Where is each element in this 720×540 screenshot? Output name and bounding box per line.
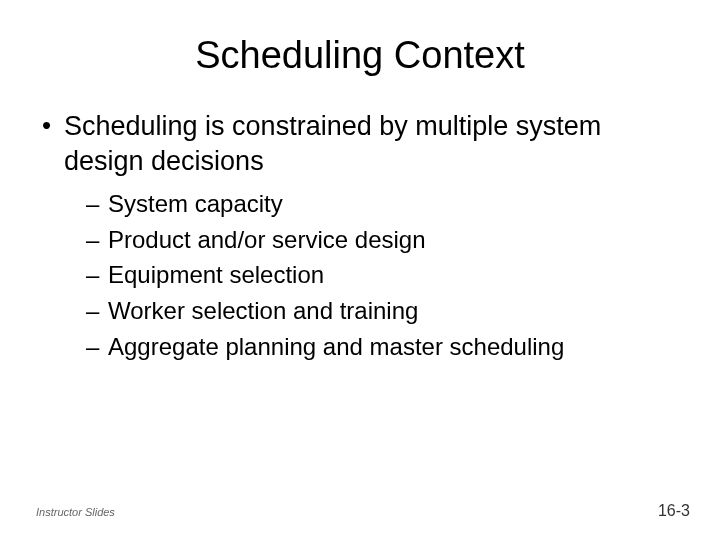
bullet-text: Scheduling is constrained by multiple sy… <box>64 111 601 176</box>
sub-bullet-text: System capacity <box>108 190 283 217</box>
slide-content: Scheduling is constrained by multiple sy… <box>36 109 684 363</box>
sub-bullet-text: Aggregate planning and master scheduling <box>108 333 564 360</box>
slide-number: 16-3 <box>658 502 690 520</box>
footer-left: Instructor Slides <box>36 506 115 518</box>
list-item: Worker selection and training <box>86 294 684 328</box>
list-item: Equipment selection <box>86 258 684 292</box>
slide: Scheduling Context Scheduling is constra… <box>0 0 720 540</box>
sub-bullet-list: System capacity Product and/or service d… <box>86 187 684 363</box>
slide-title: Scheduling Context <box>36 34 684 77</box>
list-item: System capacity <box>86 187 684 221</box>
list-item: Aggregate planning and master scheduling <box>86 330 684 364</box>
list-item: Scheduling is constrained by multiple sy… <box>36 109 684 363</box>
sub-bullet-text: Worker selection and training <box>108 297 418 324</box>
list-item: Product and/or service design <box>86 223 684 257</box>
sub-bullet-text: Product and/or service design <box>108 226 426 253</box>
sub-bullet-text: Equipment selection <box>108 261 324 288</box>
bullet-list: Scheduling is constrained by multiple sy… <box>36 109 684 363</box>
